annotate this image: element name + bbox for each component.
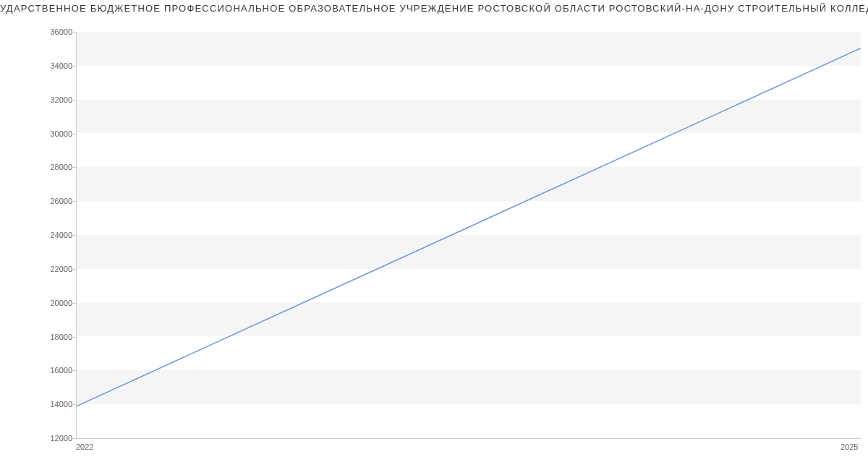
data-line	[76, 48, 861, 406]
y-tick-mark	[72, 32, 76, 33]
y-tick-mark	[72, 235, 76, 236]
y-tick-mark	[72, 66, 76, 67]
y-tick-mark	[72, 370, 76, 371]
plot-area	[76, 32, 861, 438]
y-tick-label: 16000	[29, 366, 72, 375]
y-tick-label: 24000	[29, 231, 72, 239]
y-tick-label: 28000	[29, 163, 72, 171]
x-tick-label: 2022	[76, 443, 93, 451]
x-axis	[76, 438, 861, 439]
y-tick-mark	[72, 303, 76, 304]
y-tick-label: 36000	[29, 27, 72, 36]
y-axis	[76, 32, 77, 438]
y-tick-mark	[72, 201, 76, 202]
chart-title: УДАРСТВЕННОЕ БЮДЖЕТНОЕ ПРОФЕССИОНАЛЬНОЕ …	[0, 3, 868, 14]
y-tick-label: 14000	[29, 400, 72, 409]
y-tick-label: 20000	[29, 299, 72, 307]
y-tick-mark	[72, 167, 76, 168]
y-tick-mark	[72, 269, 76, 270]
y-tick-label: 30000	[29, 129, 72, 138]
y-tick-label: 18000	[29, 333, 72, 341]
y-tick-mark	[72, 100, 76, 101]
y-tick-label: 12000	[29, 434, 72, 443]
y-tick-label: 26000	[29, 197, 72, 205]
x-tick-label: 2025	[841, 443, 858, 451]
y-tick-mark	[72, 438, 76, 439]
y-tick-mark	[72, 134, 76, 134]
y-tick-mark	[72, 404, 76, 405]
y-tick-label: 22000	[29, 265, 72, 273]
line-series	[76, 32, 861, 438]
y-tick-label: 32000	[29, 95, 72, 104]
y-tick-mark	[72, 337, 76, 338]
y-tick-label: 34000	[29, 61, 72, 70]
